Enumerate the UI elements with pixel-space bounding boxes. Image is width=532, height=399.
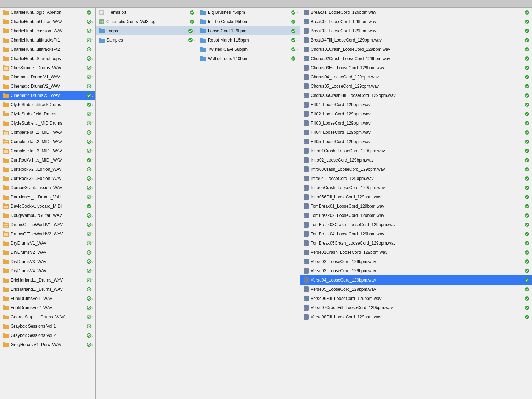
list-item[interactable]: ♪ TomBreak02_LooseCord_129bpm.wav (300, 211, 532, 220)
expand-arrow-icon[interactable]: › (92, 131, 93, 135)
list-item[interactable]: Loose Cord 129bpm › (197, 26, 300, 35)
list-item[interactable]: In The Cracks 95bpm › (197, 17, 300, 26)
list-item[interactable]: ♪ Break03_LooseCord_129bpm.wav (300, 26, 532, 35)
list-item[interactable]: DrumsOfTheWorldV1_WAV › (0, 220, 95, 229)
list-item[interactable]: Cinematic DrumsV1_WAV › (0, 72, 95, 82)
expand-arrow-icon[interactable]: › (92, 84, 93, 88)
expand-arrow-icon[interactable]: › (92, 288, 93, 291)
expand-arrow-icon[interactable]: › (92, 232, 93, 236)
list-item[interactable]: CharlieHunt...ogic_Ableton › (0, 8, 95, 17)
list-item[interactable]: ♪ TomBreak03Crash_LooseCord_129bpm.wav (300, 220, 532, 229)
list-item[interactable]: Loops › (96, 26, 197, 35)
list-item[interactable]: CompleteTa...3_MIDI_WAV › (0, 146, 95, 155)
expand-arrow-icon[interactable]: › (297, 57, 298, 61)
list-item[interactable]: CurtRockV1...s_MIDI_WAV › (0, 155, 95, 165)
list-item[interactable]: Twisted Cave 68bpm › (197, 45, 300, 54)
panel-1-scroll[interactable]: CharlieHunt...ogic_Ableton › CharlieHunt… (0, 8, 95, 399)
list-item[interactable]: DamonGrant...ussion_WAV › (0, 183, 95, 192)
expand-arrow-icon[interactable]: › (92, 112, 93, 116)
list-item[interactable]: ♪ Verse02_LooseCord_129bpm.wav (300, 257, 532, 266)
list-item[interactable]: FunkDrumsVol2_WAV › (0, 303, 95, 312)
expand-arrow-icon[interactable]: › (92, 168, 93, 171)
expand-arrow-icon[interactable]: › (92, 204, 93, 208)
list-item[interactable]: CurtRockV2...Edition_WAV › (0, 174, 95, 183)
expand-arrow-icon[interactable]: › (92, 149, 93, 153)
list-item[interactable]: ♪ Verse05_LooseCord_129bpm.wav (300, 285, 532, 294)
expand-arrow-icon[interactable]: › (92, 324, 93, 328)
list-item[interactable]: ♪ Fill03_LooseCord_129bpm.wav (300, 119, 532, 128)
expand-arrow-icon[interactable]: › (92, 223, 93, 227)
list-item[interactable]: Wall of Toms 110bpm › (197, 54, 300, 63)
list-item[interactable]: ♪ Intro03Crash_LooseCord_129bpm.wav (300, 165, 532, 174)
list-item[interactable]: EricHarland..._Drums_WAV › (0, 275, 95, 285)
expand-arrow-icon[interactable]: › (92, 75, 93, 79)
list-item[interactable]: Cinematic DrumsV3_WAV › (0, 91, 95, 100)
list-item[interactable]: FunkDrumsVol1_WAV › (0, 294, 95, 303)
expand-arrow-icon[interactable]: › (92, 343, 93, 347)
list-item[interactable]: ♪ Chorus03Fill_LooseCord_129bpm.wav (300, 63, 532, 72)
expand-arrow-icon[interactable]: › (92, 186, 93, 190)
list-item[interactable]: CharlieHunt...ultitracksPt2 › (0, 45, 95, 54)
list-item[interactable]: ♪ Chorus05_LooseCord_129bpm.wav (300, 82, 532, 91)
list-item[interactable]: EricHarland..._Drums_WAV › (0, 285, 95, 294)
list-item[interactable]: ChrisKimme...Drums_WAV › (0, 63, 95, 72)
list-item[interactable]: ♪ Intro01Crash_LooseCord_129bpm.wav (300, 146, 532, 155)
list-item[interactable]: DryDrumsV3_WAV › (0, 257, 95, 266)
list-item[interactable]: CharlieHunt...ultitracksPt1 › (0, 35, 95, 45)
expand-arrow-icon[interactable]: › (92, 306, 93, 310)
panel-2-scroll[interactable]: _Terms.txt JPG CinematicDrums_Vol3.jpg L… (96, 8, 197, 399)
list-item[interactable]: ClydeStuble...._MIDIDrums › (0, 119, 95, 128)
list-item[interactable]: ♪ TomBreak01_LooseCord_129bpm.wav (300, 202, 532, 211)
expand-arrow-icon[interactable]: › (92, 20, 93, 24)
expand-arrow-icon[interactable]: › (92, 140, 93, 144)
expand-arrow-icon[interactable]: › (92, 278, 93, 282)
expand-arrow-icon[interactable]: › (92, 66, 93, 70)
list-item[interactable]: ♪ Intro05Crash_LooseCord_129bpm.wav (300, 183, 532, 192)
list-item[interactable]: ♪ Intro02_LooseCord_129bpm.wav (300, 155, 532, 165)
expand-arrow-icon[interactable]: › (92, 315, 93, 319)
list-item[interactable]: CharlieHunt...StereoLoops › (0, 54, 95, 63)
list-item[interactable]: Cinematic DrumsV2_WAV › (0, 82, 95, 91)
list-item[interactable]: ♪ Break02_LooseCord_129bpm.wav (300, 17, 532, 26)
list-item[interactable]: ♪ Intro056Fill_LooseCord_129bpm.wav (300, 192, 532, 202)
expand-arrow-icon[interactable]: › (92, 57, 93, 61)
list-item[interactable]: DaruJones_l...Drums_Vol1 › (0, 192, 95, 202)
expand-arrow-icon[interactable]: › (92, 121, 93, 125)
list-item[interactable]: ClydeStubbl...titrackDrums › (0, 100, 95, 109)
expand-arrow-icon[interactable]: › (92, 29, 93, 33)
list-item[interactable]: ♪ Break01_LooseCord_129bpm.wav (300, 8, 532, 17)
list-item[interactable]: ♪ Chorus01Crash_LooseCord_129bpm.wav (300, 45, 532, 54)
expand-arrow-icon[interactable]: › (297, 29, 298, 33)
expand-arrow-icon[interactable]: › (297, 11, 298, 15)
list-item[interactable]: CompleteTa...2_MIDI_WAV › (0, 137, 95, 146)
list-item[interactable]: _Terms.txt (96, 8, 197, 17)
expand-arrow-icon[interactable]: › (92, 214, 93, 218)
list-item[interactable]: GregHercovV1_Perc_WAV › (0, 340, 95, 349)
panel-3-scroll[interactable]: Big Brushes 75bpm › In The Cracks 95bpm … (197, 8, 300, 399)
expand-arrow-icon[interactable]: › (92, 48, 93, 51)
list-item[interactable]: Graybox Sessions Vol 2 › (0, 331, 95, 340)
expand-arrow-icon[interactable]: › (92, 11, 93, 15)
list-item[interactable]: GeorgeSlup...._Drums_WAV › (0, 312, 95, 322)
list-item[interactable]: DryDrumsV2_WAV › (0, 248, 95, 257)
expand-arrow-icon[interactable]: › (92, 260, 93, 264)
list-item[interactable]: ♪ Verse08Fill_LooseCord_129bpm.wav (300, 312, 532, 322)
list-item[interactable]: ♪ Verse07CrashFill_LooseCord_129bpm.wav (300, 303, 532, 312)
list-item[interactable]: CurtRockV2...Edition_WAV › (0, 165, 95, 174)
list-item[interactable]: DryDrumsV1_WAV › (0, 239, 95, 248)
list-item[interactable]: ♪ Chorus06CrashFill_LooseCord_129bpm.wav (300, 91, 532, 100)
list-item[interactable]: ♪ Verse01Crash_LooseCord_129bpm.wav (300, 248, 532, 257)
expand-arrow-icon[interactable]: › (297, 20, 298, 24)
list-item[interactable]: ♪ Intro04_LooseCord_129bpm.wav (300, 174, 532, 183)
list-item[interactable]: ♪ Fill02_LooseCord_129bpm.wav (300, 109, 532, 119)
list-item[interactable]: ♪ Verse06Fill_LooseCord_129bpm.wav (300, 294, 532, 303)
expand-arrow-icon[interactable]: › (92, 251, 93, 255)
list-item[interactable]: Big Brushes 75bpm › (197, 8, 300, 17)
expand-arrow-icon[interactable]: › (92, 158, 93, 162)
expand-arrow-icon[interactable]: › (92, 297, 93, 301)
list-item[interactable]: ♪ Verse03_LooseCord_129bpm.wav (300, 266, 532, 275)
list-item[interactable]: ClydeStublefield_Drums › (0, 109, 95, 119)
expand-arrow-icon[interactable]: › (194, 38, 195, 42)
list-item[interactable]: CharlieHunt...riGuitar_WAV › (0, 17, 95, 26)
list-item[interactable]: ♪ Fill05_LooseCord_129bpm.wav (300, 137, 532, 146)
